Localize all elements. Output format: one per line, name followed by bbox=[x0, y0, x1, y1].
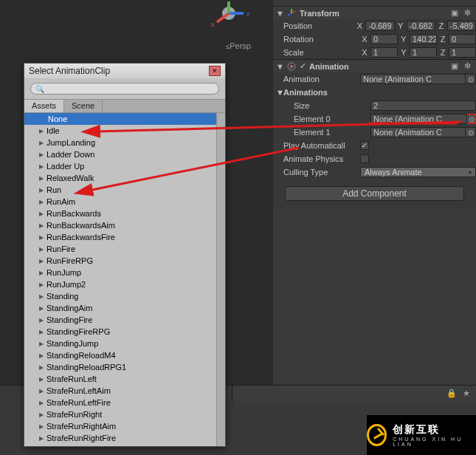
transform-header[interactable]: ▼ Transform ▣ ✼ bbox=[273, 6, 476, 19]
scale-x-field[interactable]: 1 bbox=[370, 47, 398, 58]
play-auto-checkbox[interactable]: ✓ bbox=[360, 141, 369, 150]
element1-field[interactable]: None (Animation C bbox=[370, 127, 466, 137]
play-icon: ▶ bbox=[39, 163, 46, 170]
list-item-label: StrafeRunLeftFire bbox=[46, 398, 111, 407]
list-item[interactable]: None bbox=[24, 113, 216, 125]
animate-physics-checkbox[interactable] bbox=[360, 154, 369, 163]
gear-icon[interactable]: ✼ bbox=[464, 8, 473, 18]
selector-title: Select AnimationClip bbox=[29, 66, 110, 76]
list-item[interactable]: ▶StandingReloadM4 bbox=[24, 349, 216, 361]
list-item[interactable]: ▶StandingAim bbox=[24, 302, 216, 314]
animations-foldout[interactable]: ▼ Animations bbox=[273, 86, 476, 99]
watermark-brand: 创新互联 bbox=[393, 423, 440, 435]
list-item[interactable]: ▶RunFireRPG bbox=[24, 255, 216, 267]
list-item-label: StrafeRunLeft bbox=[46, 374, 97, 383]
list-item[interactable]: ▶RunJump bbox=[24, 267, 216, 278]
list-item-label: RunAim bbox=[46, 197, 75, 206]
object-picker-icon[interactable]: ⊙ bbox=[466, 74, 476, 84]
svg-marker-10 bbox=[291, 64, 294, 68]
list-item[interactable]: ▶Run bbox=[24, 184, 216, 196]
rotation-x-field[interactable]: 0 bbox=[370, 34, 398, 44]
play-icon: ▶ bbox=[39, 376, 46, 383]
object-picker-icon[interactable]: ⊙ bbox=[466, 127, 476, 137]
star-icon[interactable]: ★ bbox=[461, 389, 472, 399]
scale-z-field[interactable]: 1 bbox=[449, 47, 476, 58]
list-item[interactable]: ▶Idle bbox=[24, 125, 216, 137]
position-y-field[interactable]: -0.682 bbox=[407, 21, 435, 31]
list-item[interactable]: ▶StandingFire bbox=[24, 314, 216, 326]
lock-icon[interactable]: 🔒 bbox=[446, 389, 457, 399]
gear-icon[interactable]: ✼ bbox=[464, 61, 473, 71]
list-item[interactable]: ▶StrafeRunRightFire bbox=[24, 432, 216, 444]
play-icon: ▶ bbox=[39, 128, 46, 134]
selector-list[interactable]: None▶Idle▶JumpLanding▶Ladder Down▶Ladder… bbox=[24, 113, 216, 446]
selector-titlebar[interactable]: Select AnimationClip ✕ bbox=[24, 64, 225, 78]
list-item-label: StandingFireRPG bbox=[46, 327, 110, 336]
play-auto-row: Play Automaticall ✓ bbox=[273, 139, 476, 152]
element0-field[interactable]: None (Animation C bbox=[370, 114, 467, 124]
list-item-label: RunFireRPG bbox=[46, 256, 93, 265]
rotation-y-field[interactable]: 140.22 bbox=[410, 34, 437, 44]
help-icon[interactable]: ▣ bbox=[451, 61, 460, 71]
list-item[interactable]: ▶RunBackwardsFire bbox=[24, 231, 216, 243]
watermark-logo-icon bbox=[367, 424, 387, 446]
list-item-label: StandingJump bbox=[46, 339, 98, 348]
play-icon: ▶ bbox=[39, 234, 46, 241]
list-item[interactable]: ▶RunFire bbox=[24, 243, 216, 255]
list-item[interactable]: ▶StrafeRunLeft bbox=[24, 373, 216, 385]
list-item-label: Standing bbox=[46, 292, 78, 301]
animation-clip-field[interactable]: None (Animation C bbox=[360, 74, 466, 84]
list-item[interactable]: ▶StrafeRunRightAim bbox=[24, 420, 216, 432]
scale-y-field[interactable]: 1 bbox=[410, 47, 437, 58]
rotation-label: Rotation bbox=[283, 35, 360, 44]
list-item[interactable]: ▶Standing bbox=[24, 290, 216, 302]
svg-text:x: x bbox=[211, 21, 215, 28]
list-item[interactable]: ▶RunAim bbox=[24, 196, 216, 208]
position-x-field[interactable]: -0.689 bbox=[365, 21, 394, 31]
play-icon: ▶ bbox=[39, 364, 46, 371]
list-item[interactable]: ▶Ladder Up bbox=[24, 160, 216, 172]
play-icon: ▶ bbox=[39, 388, 46, 394]
help-icon[interactable]: ▣ bbox=[451, 8, 460, 18]
list-item[interactable]: ▶StrafeRunLeftFire bbox=[24, 397, 216, 408]
animate-physics-label: Animate Physics bbox=[283, 154, 360, 163]
tab-scene[interactable]: Scene bbox=[64, 100, 103, 112]
foldout-toggle-icon[interactable]: ▼ bbox=[276, 9, 283, 18]
list-item[interactable]: ▶StrafeRunRight bbox=[24, 408, 216, 420]
list-item-label: Run bbox=[46, 185, 61, 194]
list-item[interactable]: ▶RelaxedWalk bbox=[24, 172, 216, 184]
selector-tabs: Assets Scene bbox=[24, 99, 225, 112]
culling-dropdown[interactable]: Always Animate bbox=[360, 167, 476, 177]
orientation-gizmo[interactable]: z x bbox=[207, 0, 251, 30]
scrollbar[interactable] bbox=[216, 113, 225, 446]
add-component-button[interactable]: Add Component bbox=[285, 186, 464, 201]
list-item[interactable]: ▶RunBackwardsAim bbox=[24, 219, 216, 231]
list-item[interactable]: ▶RunBackwards bbox=[24, 208, 216, 219]
tab-assets[interactable]: Assets bbox=[24, 100, 64, 112]
search-icon: 🔍 bbox=[35, 85, 44, 93]
object-picker-icon[interactable]: ⊙ bbox=[466, 114, 476, 124]
animate-physics-row: Animate Physics bbox=[273, 152, 476, 165]
animation-title: Animation bbox=[309, 62, 448, 71]
list-item[interactable]: ▶StandingReloadRPG1 bbox=[24, 361, 216, 373]
close-icon[interactable]: ✕ bbox=[209, 66, 221, 76]
animation-enable-checkbox[interactable]: ✓ bbox=[300, 61, 306, 71]
svg-line-8 bbox=[288, 13, 292, 16]
list-item-label: RunBackwardsAim bbox=[46, 221, 115, 230]
list-item[interactable]: ▶StandingFireRPG bbox=[24, 326, 216, 338]
search-input[interactable]: 🔍 bbox=[30, 83, 219, 95]
animations-size-field[interactable]: 2 bbox=[370, 100, 476, 111]
list-item[interactable]: ▶StandingJump bbox=[24, 338, 216, 349]
rotation-z-field[interactable]: 0 bbox=[449, 34, 476, 44]
scale-label: Scale bbox=[283, 48, 360, 57]
animation-header[interactable]: ▼ ✓ Animation ▣ ✼ bbox=[273, 59, 476, 72]
list-item[interactable]: ▶Ladder Down bbox=[24, 148, 216, 160]
list-item[interactable]: ▶StrafeWalkLeft bbox=[24, 444, 216, 446]
foldout-toggle-icon[interactable]: ▼ bbox=[276, 62, 283, 71]
animation-icon bbox=[286, 61, 297, 72]
list-item[interactable]: ▶JumpLanding bbox=[24, 137, 216, 148]
foldout-toggle-icon[interactable]: ▼ bbox=[276, 88, 283, 97]
list-item[interactable]: ▶StrafeRunLeftAim bbox=[24, 385, 216, 397]
position-z-field[interactable]: -5.489 bbox=[447, 21, 476, 31]
list-item[interactable]: ▶RunJump2 bbox=[24, 278, 216, 290]
